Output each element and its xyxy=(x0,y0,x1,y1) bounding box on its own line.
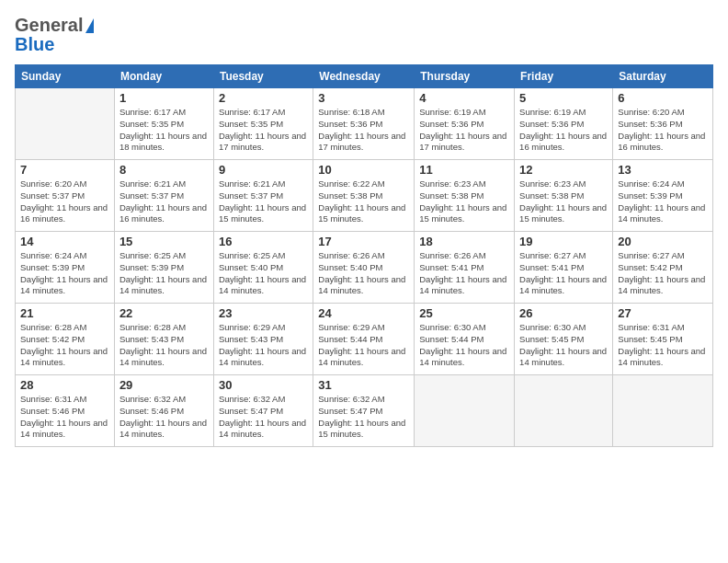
day-number: 16 xyxy=(219,235,308,248)
calendar-cell: 2Sunrise: 6:17 AM Sunset: 5:35 PM Daylig… xyxy=(213,88,313,160)
calendar-cell: 19Sunrise: 6:27 AM Sunset: 5:41 PM Dayli… xyxy=(515,232,613,304)
day-info: Sunrise: 6:22 AM Sunset: 5:38 PM Dayligh… xyxy=(318,178,409,225)
weekday-header-monday: Monday xyxy=(114,65,213,88)
day-info: Sunrise: 6:24 AM Sunset: 5:39 PM Dayligh… xyxy=(20,250,109,297)
calendar-cell: 10Sunrise: 6:22 AM Sunset: 5:38 PM Dayli… xyxy=(313,160,415,232)
week-row-2: 7Sunrise: 6:20 AM Sunset: 5:37 PM Daylig… xyxy=(16,160,713,232)
day-number: 22 xyxy=(119,306,209,320)
logo: General Blue xyxy=(15,15,94,55)
week-row-5: 28Sunrise: 6:31 AM Sunset: 5:46 PM Dayli… xyxy=(16,375,713,447)
day-info: Sunrise: 6:25 AM Sunset: 5:39 PM Dayligh… xyxy=(119,250,209,297)
calendar-cell: 26Sunrise: 6:30 AM Sunset: 5:45 PM Dayli… xyxy=(515,304,613,375)
day-number: 20 xyxy=(618,235,708,248)
calendar-cell: 16Sunrise: 6:25 AM Sunset: 5:40 PM Dayli… xyxy=(213,232,313,304)
calendar-cell: 13Sunrise: 6:24 AM Sunset: 5:39 PM Dayli… xyxy=(613,160,713,232)
logo-general-text: General xyxy=(15,15,83,36)
day-number: 2 xyxy=(219,91,308,105)
day-number: 13 xyxy=(618,163,708,177)
calendar-cell: 20Sunrise: 6:27 AM Sunset: 5:42 PM Dayli… xyxy=(613,232,713,304)
weekday-header-sunday: Sunday xyxy=(16,65,115,88)
weekday-header-wednesday: Wednesday xyxy=(313,65,415,88)
day-info: Sunrise: 6:29 AM Sunset: 5:44 PM Dayligh… xyxy=(318,322,409,369)
calendar-cell: 23Sunrise: 6:29 AM Sunset: 5:43 PM Dayli… xyxy=(213,304,313,375)
calendar-container: General Blue SundayMondayTuesdayWednesda… xyxy=(0,0,728,563)
day-info: Sunrise: 6:32 AM Sunset: 5:47 PM Dayligh… xyxy=(219,394,308,441)
calendar-cell: 9Sunrise: 6:21 AM Sunset: 5:37 PM Daylig… xyxy=(213,160,313,232)
day-number: 3 xyxy=(318,91,409,105)
day-number: 6 xyxy=(618,91,708,105)
calendar-cell xyxy=(515,375,613,447)
day-number: 28 xyxy=(20,378,109,392)
day-number: 10 xyxy=(318,163,409,177)
day-number: 5 xyxy=(519,91,608,105)
day-info: Sunrise: 6:24 AM Sunset: 5:39 PM Dayligh… xyxy=(618,178,708,225)
day-info: Sunrise: 6:20 AM Sunset: 5:36 PM Dayligh… xyxy=(618,107,708,154)
calendar-cell: 24Sunrise: 6:29 AM Sunset: 5:44 PM Dayli… xyxy=(313,304,415,375)
day-info: Sunrise: 6:26 AM Sunset: 5:40 PM Dayligh… xyxy=(318,250,409,297)
day-number: 12 xyxy=(519,163,608,177)
day-info: Sunrise: 6:30 AM Sunset: 5:45 PM Dayligh… xyxy=(519,322,608,369)
calendar-cell: 14Sunrise: 6:24 AM Sunset: 5:39 PM Dayli… xyxy=(16,232,115,304)
calendar-cell: 27Sunrise: 6:31 AM Sunset: 5:45 PM Dayli… xyxy=(613,304,713,375)
calendar-cell: 8Sunrise: 6:21 AM Sunset: 5:37 PM Daylig… xyxy=(114,160,213,232)
weekday-header-saturday: Saturday xyxy=(613,65,713,88)
day-info: Sunrise: 6:26 AM Sunset: 5:41 PM Dayligh… xyxy=(419,250,509,297)
calendar-cell: 29Sunrise: 6:32 AM Sunset: 5:46 PM Dayli… xyxy=(114,375,213,447)
calendar-cell: 30Sunrise: 6:32 AM Sunset: 5:47 PM Dayli… xyxy=(213,375,313,447)
day-info: Sunrise: 6:32 AM Sunset: 5:47 PM Dayligh… xyxy=(318,394,409,441)
calendar-cell: 5Sunrise: 6:19 AM Sunset: 5:36 PM Daylig… xyxy=(515,88,613,160)
day-info: Sunrise: 6:32 AM Sunset: 5:46 PM Dayligh… xyxy=(119,394,209,441)
day-info: Sunrise: 6:21 AM Sunset: 5:37 PM Dayligh… xyxy=(119,178,209,225)
day-number: 4 xyxy=(419,91,509,105)
day-info: Sunrise: 6:17 AM Sunset: 5:35 PM Dayligh… xyxy=(119,107,209,154)
calendar-cell: 31Sunrise: 6:32 AM Sunset: 5:47 PM Dayli… xyxy=(313,375,415,447)
day-number: 31 xyxy=(318,378,409,392)
day-number: 19 xyxy=(519,235,608,248)
calendar-cell: 22Sunrise: 6:28 AM Sunset: 5:43 PM Dayli… xyxy=(114,304,213,375)
calendar-cell xyxy=(613,375,713,447)
calendar-cell xyxy=(16,88,115,160)
day-info: Sunrise: 6:31 AM Sunset: 5:46 PM Dayligh… xyxy=(20,394,109,441)
day-number: 11 xyxy=(419,163,509,177)
day-info: Sunrise: 6:20 AM Sunset: 5:37 PM Dayligh… xyxy=(20,178,109,225)
day-info: Sunrise: 6:23 AM Sunset: 5:38 PM Dayligh… xyxy=(519,178,608,225)
calendar-cell: 7Sunrise: 6:20 AM Sunset: 5:37 PM Daylig… xyxy=(16,160,115,232)
day-number: 14 xyxy=(20,235,109,248)
calendar-cell: 12Sunrise: 6:23 AM Sunset: 5:38 PM Dayli… xyxy=(515,160,613,232)
day-number: 27 xyxy=(618,306,708,320)
day-number: 15 xyxy=(119,235,209,248)
day-info: Sunrise: 6:19 AM Sunset: 5:36 PM Dayligh… xyxy=(519,107,608,154)
weekday-header-friday: Friday xyxy=(515,65,613,88)
header: General Blue xyxy=(15,15,713,55)
day-number: 29 xyxy=(119,378,209,392)
day-info: Sunrise: 6:21 AM Sunset: 5:37 PM Dayligh… xyxy=(219,178,308,225)
weekday-header-row: SundayMondayTuesdayWednesdayThursdayFrid… xyxy=(16,65,713,88)
weekday-header-thursday: Thursday xyxy=(415,65,515,88)
day-info: Sunrise: 6:28 AM Sunset: 5:43 PM Dayligh… xyxy=(119,322,209,369)
calendar-cell: 18Sunrise: 6:26 AM Sunset: 5:41 PM Dayli… xyxy=(415,232,515,304)
day-number: 23 xyxy=(219,306,308,320)
day-info: Sunrise: 6:25 AM Sunset: 5:40 PM Dayligh… xyxy=(219,250,308,297)
day-info: Sunrise: 6:17 AM Sunset: 5:35 PM Dayligh… xyxy=(219,107,308,154)
day-number: 17 xyxy=(318,235,409,248)
weekday-header-tuesday: Tuesday xyxy=(213,65,313,88)
day-number: 26 xyxy=(519,306,608,320)
day-number: 9 xyxy=(219,163,308,177)
calendar-cell: 28Sunrise: 6:31 AM Sunset: 5:46 PM Dayli… xyxy=(16,375,115,447)
logo-blue-text: Blue xyxy=(15,34,54,55)
day-number: 8 xyxy=(119,163,209,177)
day-info: Sunrise: 6:27 AM Sunset: 5:41 PM Dayligh… xyxy=(519,250,608,297)
calendar-cell: 6Sunrise: 6:20 AM Sunset: 5:36 PM Daylig… xyxy=(613,88,713,160)
day-info: Sunrise: 6:29 AM Sunset: 5:43 PM Dayligh… xyxy=(219,322,308,369)
day-info: Sunrise: 6:27 AM Sunset: 5:42 PM Dayligh… xyxy=(618,250,708,297)
week-row-4: 21Sunrise: 6:28 AM Sunset: 5:42 PM Dayli… xyxy=(16,304,713,375)
day-number: 24 xyxy=(318,306,409,320)
day-info: Sunrise: 6:31 AM Sunset: 5:45 PM Dayligh… xyxy=(618,322,708,369)
day-number: 25 xyxy=(419,306,509,320)
calendar-cell: 3Sunrise: 6:18 AM Sunset: 5:36 PM Daylig… xyxy=(313,88,415,160)
calendar-cell: 1Sunrise: 6:17 AM Sunset: 5:35 PM Daylig… xyxy=(114,88,213,160)
day-number: 18 xyxy=(419,235,509,248)
day-info: Sunrise: 6:30 AM Sunset: 5:44 PM Dayligh… xyxy=(419,322,509,369)
day-info: Sunrise: 6:23 AM Sunset: 5:38 PM Dayligh… xyxy=(419,178,509,225)
calendar-cell xyxy=(415,375,515,447)
